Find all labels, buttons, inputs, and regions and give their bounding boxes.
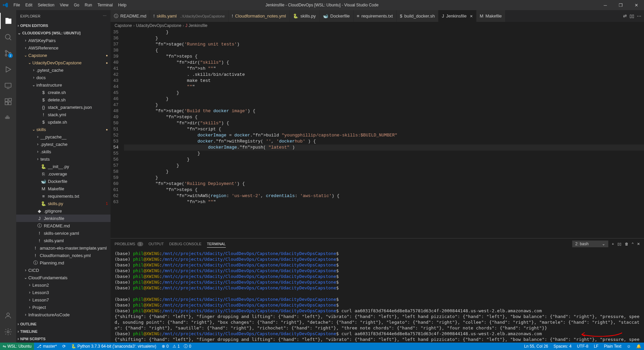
status-feedback[interactable]: ☺ — [624, 344, 634, 349]
close-tab-icon[interactable]: × — [470, 13, 472, 19]
menu-run[interactable]: Run — [82, 1, 95, 9]
tree-item[interactable]: ◆.gitignore — [16, 207, 111, 215]
tree-item[interactable]: ›docs — [16, 74, 111, 81]
tree-item[interactable]: ›Project — [16, 304, 111, 311]
tree-item[interactable]: ›AWSReference — [16, 44, 111, 52]
search-activity[interactable] — [0, 29, 16, 45]
tree-item[interactable]: !skills-service.yaml — [16, 229, 111, 237]
status-problems[interactable]: ⊗0 ⚠1 ⓘ0 — [159, 343, 194, 350]
terminal-content[interactable]: (base) phil@XWING:/mnt/c/projects/Udacit… — [111, 249, 644, 343]
editor-tab[interactable]: !skills.yaml..\UdacityDevOpsCapstone — [150, 10, 228, 22]
workspace-section[interactable]: ⌄CLOUDDEVOPS [WSL: UBUNTU] — [16, 29, 111, 37]
editor-tab[interactable]: !Cloudformation_notes.yml — [228, 10, 290, 22]
more-actions-icon[interactable]: ⋯ — [637, 13, 641, 19]
status-branch[interactable]: ⎇master* — [34, 343, 59, 350]
status-cursor[interactable]: Ln 55, Col 26 — [521, 344, 551, 349]
tree-item[interactable]: ⎘.coverage — [16, 170, 111, 178]
accounts-activity[interactable] — [0, 308, 16, 324]
menu-edit[interactable]: Edit — [23, 1, 35, 9]
menu-terminal[interactable]: Terminal — [95, 1, 115, 9]
tree-item[interactable]: 🐍skills.py1 — [16, 200, 111, 207]
tree-item[interactable]: !Cloudformation_notes.yml — [16, 252, 111, 259]
settings-activity[interactable] — [0, 324, 16, 340]
debug-activity[interactable] — [0, 61, 16, 77]
tree-item[interactable]: ›CICD — [16, 266, 111, 274]
tree-item[interactable]: !skills.yaml — [16, 237, 111, 244]
status-eol[interactable]: LF — [591, 344, 601, 349]
tree-item[interactable]: ›.skills — [16, 148, 111, 155]
tree-item[interactable]: ⌄infrastructure — [16, 81, 111, 89]
tree-item[interactable]: 🐍__init__.py — [16, 163, 111, 170]
tree-item[interactable]: $delete.sh — [16, 96, 111, 103]
editor-tab[interactable]: JJenkinsfile× — [438, 10, 476, 22]
tree-item[interactable]: $create.sh — [16, 89, 111, 96]
code-editor[interactable]: 3536373839404142434445464748495051525354… — [111, 29, 644, 238]
tree-item[interactable]: ›.pytest_cache — [16, 140, 111, 148]
tree-item[interactable]: ⌄Capstone● — [16, 52, 111, 59]
minimize-button[interactable]: ─ — [597, 0, 613, 10]
outline-section[interactable]: ›OUTLINE — [16, 320, 111, 328]
terminal-selector[interactable]: 2: bash⌄ — [572, 241, 608, 247]
breadcrumb-item[interactable]: J Jenkinsfile — [185, 23, 207, 28]
new-terminal-icon[interactable]: + — [612, 242, 614, 246]
menu-go[interactable]: Go — [71, 1, 82, 9]
explorer-activity[interactable] — [0, 13, 16, 29]
problems-tab[interactable]: PROBLEMS1 — [115, 241, 143, 248]
status-sync[interactable]: ⟳ — [60, 343, 68, 350]
tree-item[interactable]: !amazon-eks-master.template.yaml — [16, 244, 111, 252]
remote-activity[interactable] — [0, 77, 16, 94]
status-indent[interactable]: Spaces: 4 — [551, 344, 574, 349]
extensions-activity[interactable] — [0, 94, 16, 110]
tree-item[interactable]: ≡requirements.txt — [16, 192, 111, 200]
kill-terminal-icon[interactable]: 🗑 — [625, 242, 628, 246]
status-remote[interactable]: ⇋WSL: Ubuntu — [0, 343, 34, 350]
tree-item[interactable]: ⌄skills● — [16, 126, 111, 133]
tree-item[interactable]: ›__pycache__ — [16, 133, 111, 140]
tree-item[interactable]: !stack.yml — [16, 111, 111, 118]
tree-item[interactable]: ⌄UdacityDevOpsCapstone● — [16, 59, 111, 66]
tree-item[interactable]: ›AWSKeyPairs — [16, 37, 111, 44]
breadcrumbs[interactable]: Capstone›UdacityDevOpsCapstone›J Jenkins… — [111, 22, 644, 29]
breadcrumb-item[interactable]: Capstone — [115, 23, 132, 28]
status-encoding[interactable]: UTF-8 — [574, 344, 591, 349]
close-window-button[interactable]: ✕ — [628, 0, 644, 10]
open-editors-section[interactable]: ›OPEN EDITORS — [16, 22, 111, 29]
tree-item[interactable]: {}stack_parameters.json — [16, 103, 111, 111]
maximize-button[interactable]: ❐ — [613, 0, 628, 10]
tree-item[interactable]: ›Lesson7 — [16, 296, 111, 304]
breadcrumb-item[interactable]: UdacityDevOpsCapstone — [136, 23, 181, 28]
code-content[interactable]: } } "fn">stage('Running unit tests') { "… — [124, 29, 644, 238]
editor-tab[interactable]: ≡requirements.txt — [354, 10, 397, 22]
editor-tab[interactable]: 🐍skills.py — [289, 10, 319, 22]
maximize-panel-icon[interactable]: ^ — [632, 242, 634, 246]
status-bell[interactable]: 🔔 — [634, 344, 644, 349]
tree-item[interactable]: 🐋Dockerfile — [16, 178, 111, 185]
sidebar-more-icon[interactable]: ⋯ — [103, 14, 106, 18]
editor-tab[interactable]: MMakefile — [477, 10, 505, 22]
docker-activity[interactable] — [0, 110, 16, 126]
menu-view[interactable]: View — [57, 1, 71, 9]
tree-item[interactable]: ⓘPlanning.md — [16, 259, 111, 266]
editor-tab[interactable]: ⓘREADME.md — [111, 10, 150, 22]
tree-item[interactable]: $update.sh — [16, 118, 111, 126]
compare-icon[interactable]: ⇄ — [623, 13, 627, 19]
tree-item[interactable]: ›Lesson3 — [16, 289, 111, 296]
split-terminal-icon[interactable]: ▯▯ — [617, 242, 621, 246]
output-tab[interactable]: OUTPUT — [149, 241, 164, 247]
split-editor-icon[interactable]: ▯▯ — [630, 13, 634, 19]
menu-file[interactable]: File — [11, 1, 23, 9]
tree-item[interactable]: ⓘREADME.md — [16, 222, 111, 229]
status-python[interactable]: 🐍Python 3.7.3 64-bit ('anaconda3': virtu… — [68, 343, 159, 350]
npm-section[interactable]: ›NPM SCRIPTS — [16, 335, 111, 343]
menu-help[interactable]: Help — [116, 1, 129, 9]
tree-item[interactable]: JJenkinsfile — [16, 215, 111, 222]
tree-item[interactable]: ›tests — [16, 155, 111, 163]
editor-tab[interactable]: $build_docker.sh — [397, 10, 439, 22]
tree-item[interactable]: ›Lesson2 — [16, 281, 111, 289]
tree-item[interactable]: ›InfrastructureAsCode — [16, 311, 111, 318]
scm-activity[interactable]: 2 — [0, 45, 16, 61]
menu-selection[interactable]: Selection — [35, 1, 57, 9]
timeline-section[interactable]: ›TIMELINE — [16, 328, 111, 335]
debug-console-tab[interactable]: DEBUG CONSOLE — [169, 241, 202, 247]
tree-item[interactable]: ⌄CloudFundamentals — [16, 274, 111, 281]
